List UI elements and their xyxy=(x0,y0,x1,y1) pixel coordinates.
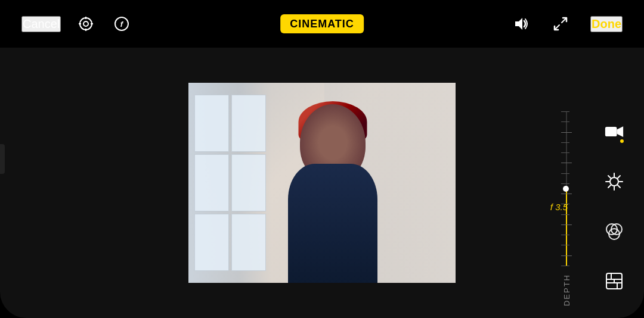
top-bar-right: Done xyxy=(509,13,623,35)
portrait-background xyxy=(188,83,456,283)
tick xyxy=(561,235,569,235)
active-dot xyxy=(620,139,624,143)
phone-frame: Cancel f CI xyxy=(0,0,644,318)
video-area: f 3.5 DEPTH xyxy=(0,48,644,318)
window-pane xyxy=(194,154,229,211)
top-bar-left: Cancel f xyxy=(21,13,132,35)
tick-major xyxy=(561,163,572,163)
tick xyxy=(561,111,569,112)
tick xyxy=(561,152,569,153)
left-edge-button xyxy=(0,144,5,174)
slider-track[interactable] xyxy=(566,111,567,266)
tick xyxy=(561,266,569,266)
svg-marker-8 xyxy=(515,18,522,30)
depth-label: DEPTH xyxy=(562,274,571,306)
window-light xyxy=(188,83,272,283)
window-pane xyxy=(231,154,266,211)
tick xyxy=(561,214,569,215)
subject xyxy=(279,98,386,283)
svg-rect-11 xyxy=(605,127,617,136)
focus-icon[interactable] xyxy=(75,13,97,35)
window-panes xyxy=(194,95,266,271)
done-button[interactable]: Done xyxy=(590,16,623,32)
tick-major xyxy=(561,255,572,256)
tool-icons-panel xyxy=(590,95,638,318)
tick xyxy=(561,183,569,184)
tick xyxy=(561,245,569,245)
svg-line-19 xyxy=(618,185,620,188)
svg-point-0 xyxy=(80,18,92,30)
grid-adjust-tool[interactable] xyxy=(600,267,628,295)
cancel-button[interactable]: Cancel xyxy=(21,16,61,32)
color-mix-tool[interactable] xyxy=(600,217,628,246)
svg-point-13 xyxy=(610,177,618,186)
tick xyxy=(561,121,569,122)
svg-text:f: f xyxy=(120,20,124,29)
window-pane xyxy=(231,214,266,271)
tick-major xyxy=(561,225,572,225)
tick xyxy=(561,142,569,143)
tick-major xyxy=(561,194,572,194)
volume-icon[interactable] xyxy=(509,13,531,35)
crop-expand-icon[interactable] xyxy=(550,13,571,35)
cinematic-badge-container: CINEMATIC xyxy=(280,18,364,30)
svg-line-20 xyxy=(618,176,620,178)
video-frame xyxy=(188,83,456,283)
window-pane xyxy=(231,95,266,152)
svg-point-1 xyxy=(83,21,88,26)
window-pane xyxy=(194,214,229,271)
adjust-tool[interactable] xyxy=(600,167,628,196)
video-camera-tool[interactable] xyxy=(600,118,628,146)
depth-slider-container[interactable]: f 3.5 DEPTH xyxy=(549,95,584,318)
slider-thumb[interactable] xyxy=(563,186,569,192)
tick-major xyxy=(561,132,572,133)
cinematic-badge: CINEMATIC xyxy=(280,14,364,33)
window-pane xyxy=(194,95,229,152)
top-bar: Cancel f CI xyxy=(0,0,644,48)
f-value-label: f 3.5 xyxy=(550,202,568,212)
svg-line-18 xyxy=(608,176,611,178)
aperture-icon[interactable]: f xyxy=(111,13,132,35)
subject-body xyxy=(288,164,377,283)
tick xyxy=(561,173,569,174)
svg-marker-12 xyxy=(617,126,623,137)
svg-line-21 xyxy=(608,185,611,188)
